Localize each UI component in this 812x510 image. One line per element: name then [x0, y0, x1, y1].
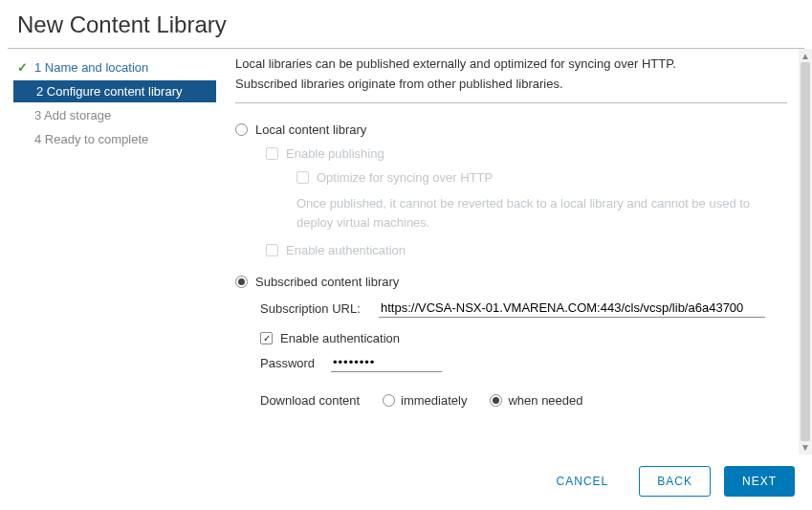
step-label: 2 Configure content library	[36, 84, 182, 99]
radio-icon[interactable]	[235, 123, 248, 136]
scroll-up-icon[interactable]: ▲	[801, 51, 810, 61]
subscription-url-label: Subscription URL:	[260, 301, 365, 316]
local-library-label: Local content library	[255, 122, 366, 137]
subscription-url-row: Subscription URL:	[260, 299, 787, 318]
back-button[interactable]: BACK	[639, 466, 711, 497]
content-area: Local libraries can be published externa…	[222, 49, 799, 455]
new-content-library-dialog: New Content Library ✓ 1 Name and locatio…	[0, 0, 812, 510]
checkbox-icon	[296, 171, 309, 184]
download-immediately-label: immediately	[401, 393, 467, 408]
step-configure-content-library[interactable]: ✓ 2 Configure content library	[13, 80, 216, 102]
password-label: Password	[260, 356, 318, 370]
step-label: 1 Name and location	[34, 60, 148, 75]
password-input[interactable]	[331, 353, 442, 372]
download-content-row: Download content immediately when needed	[260, 393, 787, 408]
radio-icon[interactable]	[235, 276, 248, 288]
step-name-and-location[interactable]: ✓ 1 Name and location	[0, 56, 222, 78]
download-immediately-option[interactable]: immediately	[383, 393, 467, 408]
local-enable-auth-option: Enable authentication	[266, 243, 787, 257]
checkbox-icon	[266, 147, 278, 160]
enable-publishing-label: Enable publishing	[286, 146, 384, 161]
step-label: 4 Ready to complete	[34, 132, 148, 146]
radio-icon[interactable]	[490, 394, 502, 407]
download-when-needed-option[interactable]: when needed	[490, 393, 582, 408]
step-label: 3 Add storage	[34, 108, 111, 122]
local-enable-auth-label: Enable authentication	[286, 243, 406, 257]
scroll-down-icon[interactable]: ▼	[801, 442, 810, 453]
enable-auth-option[interactable]: Enable authentication	[260, 331, 787, 345]
download-when-needed-label: when needed	[508, 393, 582, 408]
checkbox-icon[interactable]	[260, 332, 273, 344]
enable-auth-label: Enable authentication	[280, 331, 400, 345]
step-add-storage: ✓ 3 Add storage	[0, 104, 222, 126]
intro-line: Subscribed libraries originate from othe…	[235, 75, 787, 95]
optimize-note: Once published, it cannot be reverted ba…	[296, 194, 787, 234]
subscribed-library-label: Subscribed content library	[255, 275, 399, 289]
intro-line: Local libraries can be published externa…	[235, 55, 787, 75]
optimize-group: Optimize for syncing over HTTP Once publ…	[296, 170, 787, 234]
scrollbar[interactable]: ▲ ▼	[799, 49, 812, 455]
subscription-url-input[interactable]	[379, 299, 765, 318]
optimize-http-option: Optimize for syncing over HTTP	[296, 170, 787, 185]
download-content-label: Download content	[260, 393, 360, 408]
subscribed-library-option[interactable]: Subscribed content library	[235, 275, 787, 289]
check-icon: ✓	[15, 60, 29, 75]
optimize-http-label: Optimize for syncing over HTTP	[317, 170, 493, 185]
local-library-option[interactable]: Local content library	[235, 122, 787, 137]
local-options-group: Enable publishing Optimize for syncing o…	[266, 146, 787, 258]
dialog-body: ✓ 1 Name and location ✓ 2 Configure cont…	[0, 49, 812, 455]
cancel-button[interactable]: CANCEL	[539, 467, 626, 496]
checkbox-icon	[266, 244, 278, 256]
wizard-steps: ✓ 1 Name and location ✓ 2 Configure cont…	[0, 49, 222, 455]
enable-publishing-option: Enable publishing	[266, 146, 787, 161]
dialog-footer: CANCEL BACK NEXT	[0, 455, 812, 510]
radio-icon[interactable]	[383, 394, 395, 407]
password-row: Password	[260, 353, 787, 372]
dialog-title: New Content Library	[0, 0, 812, 48]
scroll-thumb[interactable]	[801, 62, 810, 441]
intro-text: Local libraries can be published externa…	[235, 55, 787, 103]
next-button[interactable]: NEXT	[724, 466, 795, 497]
step-ready-to-complete: ✓ 4 Ready to complete	[0, 128, 222, 150]
